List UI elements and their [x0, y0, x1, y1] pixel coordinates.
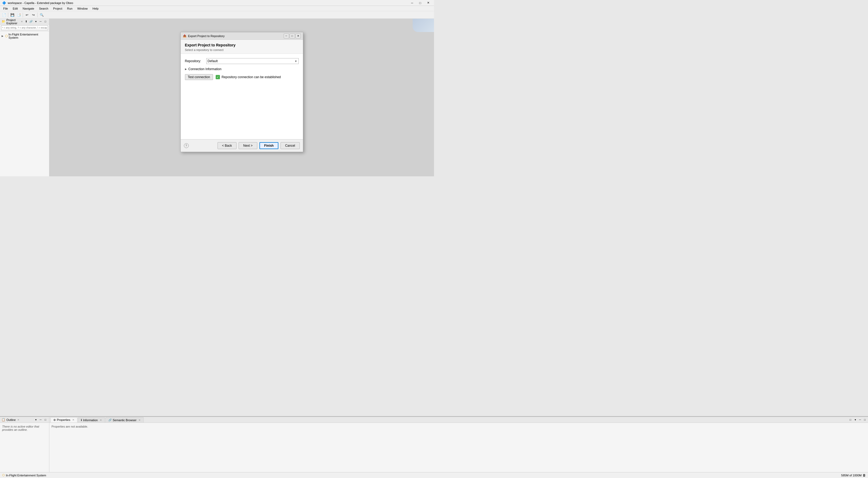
menu-item-file[interactable]: File: [1, 6, 10, 11]
titlebar: 🔷 workspace - Capella - Extended package…: [0, 0, 434, 6]
help-button[interactable]: ?: [184, 143, 189, 148]
toolbar-sep-1: [8, 12, 8, 17]
menu-item-edit[interactable]: Edit: [11, 6, 20, 11]
dialog-body: Repository: Default ▼ ▶ Connection Infor…: [181, 54, 303, 139]
menubar: FileEditNavigateSearchProjectRunWindowHe…: [0, 6, 434, 11]
test-connection-row: Test connection ✓ Repository connection …: [185, 74, 299, 80]
dialog-subtitle: Select a repository to connect: [185, 48, 299, 52]
panel-tab-close-icon: ✕: [21, 20, 23, 23]
collapse-all-button[interactable]: ⬆: [24, 20, 28, 24]
close-button[interactable]: ✕: [424, 1, 432, 5]
toolbar-sep-3: [37, 12, 38, 17]
dialog-close-button[interactable]: ✕: [296, 34, 301, 38]
panel-title-area: 📁 Project Explorer ✕: [2, 19, 23, 25]
dialog-header: Export Project to Repository Select a re…: [181, 40, 303, 54]
editor-area: 📤 Export Project to Repository ─ □ ✕ Exp…: [50, 19, 434, 176]
modal-overlay: 📤 Export Project to Repository ─ □ ✕ Exp…: [50, 19, 434, 176]
project-explorer-header: 📁 Project Explorer ✕ ⬆ 🔗 ▾ ─ □: [0, 19, 49, 25]
cancel-button[interactable]: Cancel: [281, 142, 300, 149]
back-button[interactable]: < Back: [218, 142, 237, 149]
finish-button[interactable]: Finish: [259, 142, 278, 149]
select-arrow-icon: ▼: [295, 60, 297, 63]
expand-icon: ▶: [2, 35, 4, 37]
titlebar-controls: ─ □ ✕: [408, 1, 432, 5]
titlebar-left: 🔷 workspace - Capella - Extended package…: [2, 1, 73, 5]
search-box: [0, 25, 49, 31]
repository-row: Repository: Default ▼: [185, 58, 299, 64]
app-icon: 🔷: [2, 1, 6, 5]
toolbar-redo-button[interactable]: ↪: [30, 12, 36, 18]
next-button[interactable]: Next >: [239, 142, 257, 149]
toolbar-save-all-button[interactable]: 📑: [16, 12, 22, 18]
panel-header-actions: ⬆ 🔗 ▾ ─ □: [24, 20, 48, 24]
maximize-panel-button[interactable]: □: [43, 20, 48, 24]
dialog-footer-buttons: < Back Next > Finish Cancel: [218, 142, 300, 149]
maximize-button[interactable]: □: [416, 1, 424, 5]
menu-item-navigate[interactable]: Navigate: [21, 6, 36, 11]
project-label: In-Flight Entertainment System: [8, 33, 48, 39]
dialog-window-controls: ─ □ ✕: [284, 34, 301, 38]
menu-item-run[interactable]: Run: [65, 6, 74, 11]
project-icon: ⬡: [5, 34, 8, 38]
status-ok-icon: ✓: [216, 75, 220, 79]
connection-info-label: Connection Information: [188, 67, 221, 71]
project-explorer-panel: 📁 Project Explorer ✕ ⬆ 🔗 ▾ ─ □ ▶ ⬡ In-Fl…: [0, 19, 50, 176]
project-tree: ▶ ⬡ In-Flight Entertainment System: [0, 31, 49, 176]
menu-item-window[interactable]: Window: [75, 6, 90, 11]
repository-label: Repository:: [185, 59, 204, 63]
menu-item-help[interactable]: Help: [91, 6, 101, 11]
toolbar-search-button[interactable]: 🔍: [39, 12, 44, 18]
menu-item-project[interactable]: Project: [51, 6, 64, 11]
menu-item-search[interactable]: Search: [37, 6, 51, 11]
toolbar-save-button[interactable]: 💾: [9, 12, 15, 18]
connection-info-expander[interactable]: ▶ Connection Information: [185, 67, 299, 71]
export-repository-dialog: 📤 Export Project to Repository ─ □ ✕ Exp…: [180, 32, 303, 152]
repository-select[interactable]: Default ▼: [206, 58, 299, 64]
dialog-titlebar: 📤 Export Project to Repository ─ □ ✕: [181, 32, 303, 40]
dialog-icon: 📤: [183, 34, 187, 38]
panel-title: Project Explorer: [6, 19, 19, 25]
tree-item-inflight[interactable]: ▶ ⬡ In-Flight Entertainment System: [1, 32, 49, 40]
toolbar-new-button[interactable]: 📄: [1, 12, 7, 18]
status-text: Repository connection can be established: [221, 75, 281, 79]
dialog-footer: ? < Back Next > Finish Cancel: [181, 139, 303, 152]
test-connection-button[interactable]: Test connection: [185, 74, 213, 80]
dialog-maximize-button[interactable]: □: [289, 34, 295, 38]
dialog-minimize-button[interactable]: ─: [284, 34, 289, 38]
link-editor-button[interactable]: 🔗: [29, 20, 33, 24]
toolbar-sep-2: [23, 12, 23, 17]
dialog-main-title: Export Project to Repository: [185, 43, 299, 47]
dialog-title-area: 📤 Export Project to Repository: [183, 34, 225, 38]
toolbar: 📄 💾 📑 ↩ ↪ 🔍: [0, 11, 434, 19]
app-title: workspace - Capella - Extended package b…: [8, 1, 73, 4]
minimize-button[interactable]: ─: [408, 1, 416, 5]
panel-icon: 📁: [2, 20, 5, 23]
expand-arrow-icon: ▶: [185, 68, 187, 70]
dialog-title-text: Export Project to Repository: [188, 34, 225, 38]
search-input[interactable]: [1, 25, 48, 30]
main-area: 📁 Project Explorer ✕ ⬆ 🔗 ▾ ─ □ ▶ ⬡ In-Fl…: [0, 19, 434, 176]
toolbar-undo-button[interactable]: ↩: [24, 12, 30, 18]
panel-menu-button[interactable]: ▾: [34, 20, 38, 24]
minimize-panel-button[interactable]: ─: [38, 20, 43, 24]
repository-value: Default: [208, 59, 218, 63]
connection-status: ✓ Repository connection can be establish…: [216, 75, 281, 79]
